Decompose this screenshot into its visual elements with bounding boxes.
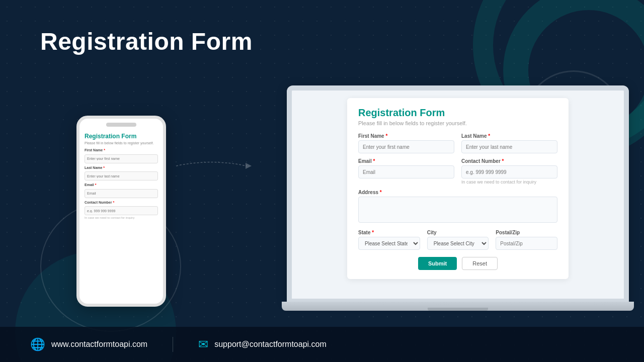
laptop-form-card: Registration Form Please fill in below f…	[347, 98, 569, 279]
email-group: Email *	[358, 158, 454, 185]
laptop-mockup: Registration Form Please fill in below f…	[277, 85, 639, 332]
page-title: Registration Form	[40, 28, 253, 55]
laptop-form-title: Registration Form	[358, 107, 557, 119]
email-input[interactable]	[358, 165, 454, 178]
email-icon: ✉	[198, 337, 208, 351]
email-contact-row: Email * Contact Number * In case we need…	[358, 158, 557, 185]
globe-icon: 🌐	[30, 337, 45, 351]
mobile-form-subtitle: Please fill in below fields to register …	[85, 141, 158, 145]
city-label: City	[427, 230, 489, 235]
submit-button[interactable]: Submit	[418, 257, 457, 270]
address-input[interactable]	[358, 197, 557, 223]
postal-input[interactable]	[496, 237, 557, 250]
first-name-group: First Name *	[358, 133, 454, 153]
name-row: First Name * Last Name *	[358, 133, 557, 153]
mobile-last-name-label: Last Name *	[85, 166, 158, 169]
last-name-label: Last Name *	[461, 133, 557, 139]
postal-label: Postal/Zip	[496, 230, 557, 235]
arrow-decoration	[171, 156, 252, 176]
mobile-email-label: Email *	[85, 183, 158, 187]
postal-group: Postal/Zip	[496, 230, 557, 250]
mobile-contact-hint: In case we need to contact for inquiry	[85, 216, 158, 219]
last-name-group: Last Name *	[461, 133, 557, 153]
footer: 🌐 www.contactformtoapi.com ✉ support@con…	[0, 327, 644, 362]
footer-email-item: ✉ support@contactformtoapi.com	[198, 337, 327, 351]
mobile-last-name-input[interactable]	[85, 171, 158, 180]
laptop-form-subtitle: Please fill in below fields to register …	[358, 120, 557, 126]
footer-website-text: www.contactformtoapi.com	[51, 340, 147, 349]
state-select[interactable]: Please Select State	[358, 237, 420, 250]
form-buttons: Submit Reset	[358, 257, 557, 270]
mobile-contact-label: Contact Number *	[85, 201, 158, 204]
footer-website-item: 🌐 www.contactformtoapi.com	[30, 337, 147, 351]
footer-divider	[173, 337, 173, 352]
svg-marker-0	[246, 163, 252, 169]
state-label: State *	[358, 230, 420, 235]
laptop-screen: Registration Form Please fill in below f…	[287, 85, 629, 302]
contact-label: Contact Number *	[461, 158, 557, 164]
mobile-contact-input[interactable]	[85, 206, 158, 215]
city-select[interactable]: Please Select City	[427, 237, 489, 250]
mobile-email-input[interactable]	[85, 189, 158, 198]
location-row: State * Please Select State City Please …	[358, 230, 557, 250]
contact-input[interactable]	[461, 165, 557, 178]
state-group: State * Please Select State	[358, 230, 420, 250]
address-label: Address *	[358, 190, 557, 195]
reset-button[interactable]: Reset	[462, 257, 498, 270]
mobile-form-title: Registration Form	[85, 133, 158, 140]
city-group: City Please Select City	[427, 230, 489, 250]
address-row: Address *	[358, 190, 557, 225]
contact-hint: In case we need to contact for inquiry	[461, 179, 557, 185]
first-name-label: First Name *	[358, 133, 454, 139]
last-name-input[interactable]	[461, 140, 557, 153]
footer-email-text: support@contactformtoapi.com	[214, 340, 327, 349]
laptop-screen-inner: Registration Form Please fill in below f…	[292, 90, 624, 299]
mobile-mockup: Registration Form Please fill in below f…	[76, 116, 166, 307]
contact-group: Contact Number * In case we need to cont…	[461, 158, 557, 185]
address-group: Address *	[358, 190, 557, 225]
email-label: Email *	[358, 158, 454, 164]
mobile-first-name-input[interactable]	[85, 154, 158, 163]
first-name-input[interactable]	[358, 140, 454, 153]
laptop-base	[282, 302, 634, 311]
mobile-notch	[106, 123, 136, 127]
mobile-first-name-label: First Name *	[85, 148, 158, 152]
mobile-form-inner: Registration Form Please fill in below f…	[79, 129, 163, 304]
